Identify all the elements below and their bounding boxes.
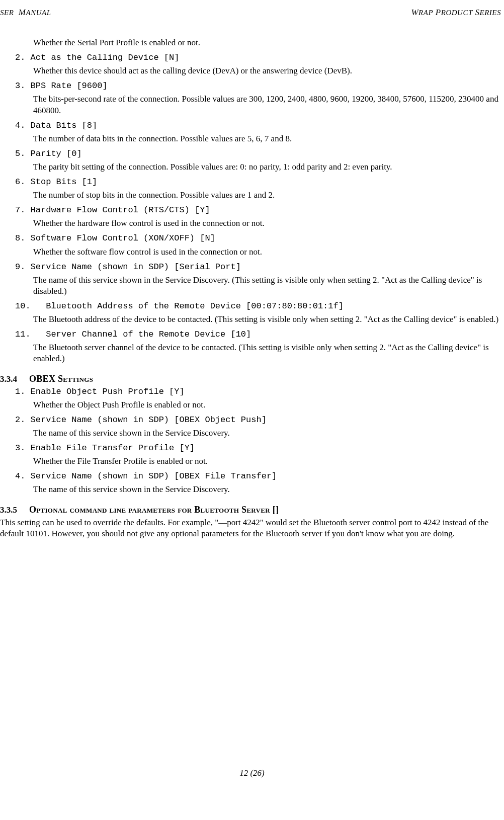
item-9-title: 9. Service Name (shown in SDP) [Serial P… — [0, 262, 501, 273]
item-11-title: 11. Server Channel of the Remote Device … — [0, 329, 501, 340]
item-5-desc: The parity bit setting of the connection… — [0, 161, 501, 173]
item-4-desc: The number of data bits in the connectio… — [0, 133, 501, 144]
header-left-part1: SER — [0, 9, 14, 17]
item-2-desc: Whether this device should act as the ca… — [0, 65, 501, 76]
header-right-w1a: W — [411, 8, 418, 17]
section-334-num: 3.3.4 — [0, 374, 29, 385]
obex-2-title: 2. Service Name (shown in SDP) [OBEX Obj… — [0, 415, 501, 426]
section-334-heading: 3.3.4 OBEX Settings — [0, 373, 501, 385]
obex-3-desc: Whether the File Transfer Profile is ena… — [0, 456, 501, 467]
item-3-title: 3. BPS Rate [9600] — [0, 80, 501, 92]
section-335-title: Optional command line parameters for Blu… — [29, 504, 279, 516]
item-4-title: 4. Data Bits [8] — [0, 120, 501, 131]
item-10-desc: The Bluetooth address of the device to b… — [0, 314, 501, 325]
item-11-desc: The Bluetooth server channel of the devi… — [0, 342, 501, 364]
section-335-heading: 3.3.5 Optional command line parameters f… — [0, 504, 501, 516]
item-8-desc: Whether the software flow control is use… — [0, 247, 501, 258]
header-right-w2b: RODUCT — [441, 9, 473, 17]
item-6-title: 6. Stop Bits [1] — [0, 177, 501, 188]
obex-3-title: 3. Enable File Transfer Profile [Y] — [0, 443, 501, 454]
item-7-desc: Whether the hardware flow control is use… — [0, 218, 501, 229]
header-right-w3a: S — [475, 8, 480, 17]
obex-1-title: 1. Enable Object Push Profile [Y] — [0, 386, 501, 397]
item-5-title: 5. Parity [0] — [0, 148, 501, 159]
item-6-desc: The number of stop bits in the connectio… — [0, 190, 501, 201]
section-335-body: This setting can be used to override the… — [0, 517, 501, 539]
header-left: SER MANUAL — [0, 7, 51, 18]
item-8-title: 8. Software Flow Control (XON/XOFF) [N] — [0, 233, 501, 244]
item-9-desc: The name of this service shown in the Se… — [0, 275, 501, 297]
item-7-title: 7. Hardware Flow Control (RTS/CTS) [Y] — [0, 205, 501, 216]
header-right-w2a: P — [436, 8, 441, 17]
obex-4-desc: The name of this service shown in the Se… — [0, 484, 501, 495]
header-right: WRAP PRODUCT SERIES — [411, 7, 501, 18]
item-3-desc: The bits-per-second rate of the connecti… — [0, 94, 501, 116]
header-right-w1b: RAP — [418, 9, 433, 17]
item-1-desc: Whether the Serial Port Profile is enabl… — [0, 37, 501, 48]
section-335-num: 3.3.5 — [0, 505, 29, 516]
page-content: Whether the Serial Port Profile is enabl… — [0, 18, 504, 539]
section-334-title: OBEX Settings — [29, 373, 93, 385]
obex-1-desc: Whether the Object Push Profile is enabl… — [0, 399, 501, 411]
header-left-part2a: M — [19, 8, 26, 17]
page-footer: 12 (26) — [0, 768, 504, 779]
obex-4-title: 4. Service Name (shown in SDP) [OBEX Fil… — [0, 471, 501, 482]
item-2-title: 2. Act as the Calling Device [N] — [0, 52, 501, 63]
header-left-part2b: ANUAL — [26, 9, 51, 17]
header-right-w3b: ERIES — [480, 9, 501, 17]
obex-2-desc: The name of this service shown in the Se… — [0, 428, 501, 439]
page-header: SER MANUAL WRAP PRODUCT SERIES — [0, 7, 504, 18]
item-10-title: 10. Bluetooth Address of the Remote Devi… — [0, 301, 501, 312]
